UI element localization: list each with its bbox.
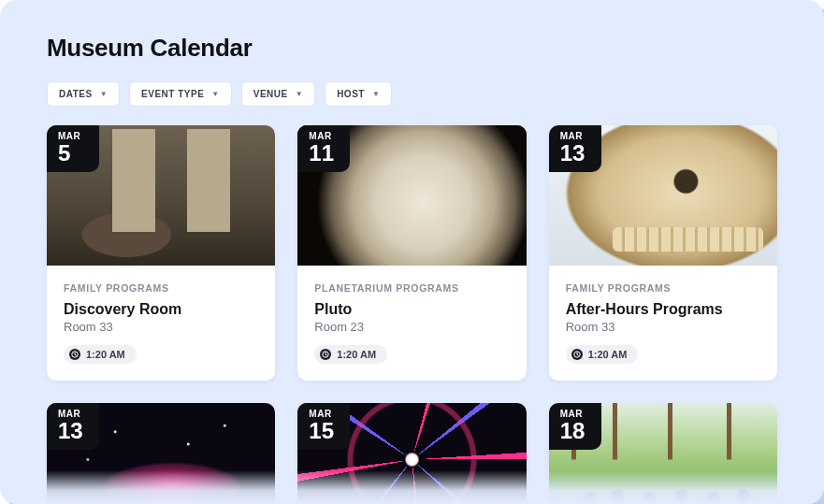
filter-bar: DATES ▼ EVENT TYPE ▼ VENUE ▼ HOST ▼ — [47, 81, 777, 107]
event-room: Room 23 — [314, 320, 509, 334]
date-day: 11 — [309, 142, 339, 165]
date-day: 5 — [58, 142, 88, 165]
date-badge: MAR 5 — [47, 125, 99, 172]
event-card[interactable]: MAR 13 — [47, 403, 275, 504]
event-grid: MAR 5 FAMILY PROGRAMS Discovery Room Roo… — [47, 125, 777, 504]
event-category: PLANETARIUM PROGRAMS — [314, 282, 509, 294]
clock-icon — [69, 349, 80, 360]
event-card[interactable]: MAR 11 PLANETARIUM PROGRAMS Pluto Room 2… — [297, 125, 526, 381]
app-frame: Museum Calendar DATES ▼ EVENT TYPE ▼ VEN… — [0, 0, 824, 504]
event-title: Pluto — [314, 301, 509, 318]
date-day: 15 — [309, 420, 339, 442]
event-image: MAR 5 — [47, 125, 275, 266]
date-badge: MAR 18 — [549, 403, 601, 450]
event-category: FAMILY PROGRAMS — [566, 282, 760, 294]
filter-host[interactable]: HOST ▼ — [325, 81, 392, 107]
clock-icon — [571, 349, 583, 360]
chevron-down-icon: ▼ — [296, 90, 303, 98]
event-body: FAMILY PROGRAMS After-Hours Programs Roo… — [549, 266, 777, 381]
event-body: PLANETARIUM PROGRAMS Pluto Room 23 1:20 … — [297, 266, 526, 381]
page-title: Museum Calendar — [47, 34, 777, 63]
event-time-pill: 1:20 AM — [64, 345, 137, 364]
event-body: FAMILY PROGRAMS Discovery Room Room 33 1… — [47, 266, 275, 381]
filter-label: HOST — [337, 89, 365, 99]
event-image: MAR 15 — [297, 403, 526, 504]
event-time: 1:20 AM — [588, 349, 628, 360]
event-time-pill: 1:20 AM — [314, 345, 387, 364]
event-image: MAR 18 — [549, 403, 777, 504]
event-title: Discovery Room — [64, 301, 258, 318]
filter-label: EVENT TYPE — [141, 89, 204, 99]
filter-dates[interactable]: DATES ▼ — [47, 81, 120, 107]
event-title: After-Hours Programs — [566, 301, 760, 318]
event-time: 1:20 AM — [86, 349, 125, 360]
date-day: 13 — [560, 142, 590, 165]
filter-label: DATES — [59, 89, 93, 99]
event-room: Room 33 — [64, 320, 258, 334]
event-card[interactable]: MAR 13 FAMILY PROGRAMS After-Hours Progr… — [549, 125, 777, 381]
date-day: 13 — [58, 420, 88, 442]
event-time-pill: 1:20 AM — [566, 345, 639, 364]
filter-event-type[interactable]: EVENT TYPE ▼ — [129, 81, 232, 107]
event-card[interactable]: MAR 18 — [549, 403, 777, 504]
filter-label: VENUE — [253, 89, 288, 99]
event-card[interactable]: MAR 5 FAMILY PROGRAMS Discovery Room Roo… — [47, 125, 275, 381]
date-month: MAR — [309, 409, 339, 419]
event-room: Room 33 — [566, 320, 760, 334]
filter-venue[interactable]: VENUE ▼ — [241, 81, 315, 107]
date-badge: MAR 15 — [297, 403, 350, 450]
event-image: MAR 13 — [47, 403, 275, 504]
event-category: FAMILY PROGRAMS — [64, 282, 258, 294]
chevron-down-icon: ▼ — [372, 90, 380, 98]
page: Museum Calendar DATES ▼ EVENT TYPE ▼ VEN… — [0, 0, 824, 504]
event-image: MAR 11 — [297, 125, 526, 266]
chevron-down-icon: ▼ — [100, 90, 108, 98]
chevron-down-icon: ▼ — [211, 90, 219, 98]
clock-icon — [320, 349, 331, 360]
date-badge: MAR 11 — [297, 125, 350, 172]
date-day: 18 — [560, 420, 590, 442]
event-image: MAR 13 — [549, 125, 777, 266]
event-card[interactable]: MAR 15 — [297, 403, 526, 504]
date-badge: MAR 13 — [47, 403, 99, 450]
event-time: 1:20 AM — [337, 349, 376, 360]
date-badge: MAR 13 — [549, 125, 601, 172]
